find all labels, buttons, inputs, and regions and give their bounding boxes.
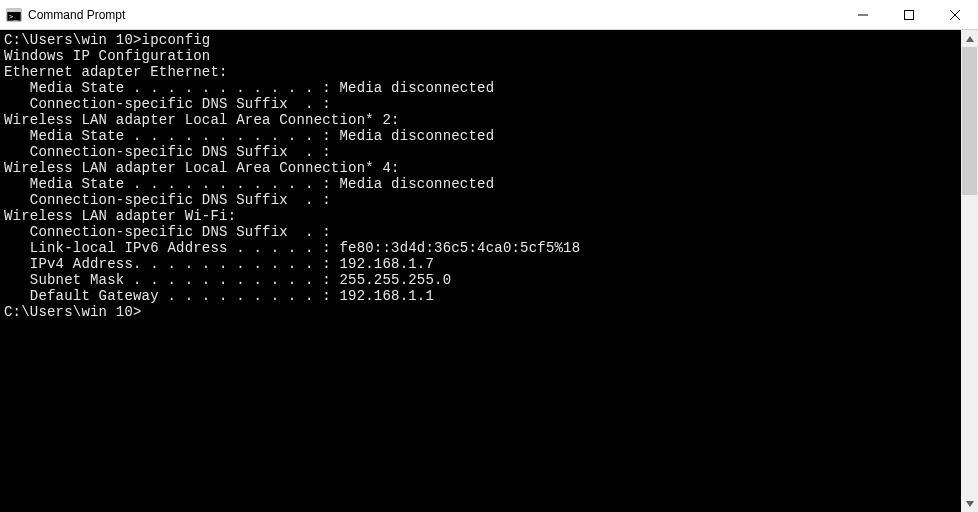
scroll-down-button[interactable] <box>961 495 978 512</box>
output-line: Default Gateway . . . . . . . . . : 192.… <box>4 288 957 304</box>
minimize-button[interactable] <box>840 0 886 29</box>
output-line: Media State . . . . . . . . . . . : Medi… <box>4 176 957 192</box>
output-line: Connection-specific DNS Suffix . : <box>4 96 957 112</box>
output-heading: Windows IP Configuration <box>4 48 957 64</box>
scrollbar-track[interactable] <box>961 47 978 495</box>
output-line: Subnet Mask . . . . . . . . . . . : 255.… <box>4 272 957 288</box>
output-line: Connection-specific DNS Suffix . : <box>4 144 957 160</box>
output-line: Connection-specific DNS Suffix . : <box>4 224 957 240</box>
output-line: Media State . . . . . . . . . . . : Medi… <box>4 128 957 144</box>
window-title: Command Prompt <box>28 8 840 22</box>
svg-rect-1 <box>7 9 21 12</box>
adapter-header: Wireless LAN adapter Local Area Connecti… <box>4 112 957 128</box>
scrollbar-thumb[interactable] <box>962 47 977 195</box>
adapter-header: Wireless LAN adapter Wi-Fi: <box>4 208 957 224</box>
window-titlebar: >_ Command Prompt <box>0 0 978 30</box>
output-line: Connection-specific DNS Suffix . : <box>4 192 957 208</box>
scroll-up-button[interactable] <box>961 30 978 47</box>
svg-text:>_: >_ <box>9 13 18 21</box>
close-button[interactable] <box>932 0 978 29</box>
maximize-button[interactable] <box>886 0 932 29</box>
output-line: Media State . . . . . . . . . . . : Medi… <box>4 80 957 96</box>
svg-rect-4 <box>905 10 914 19</box>
adapter-header: Wireless LAN adapter Local Area Connecti… <box>4 160 957 176</box>
prompt-line: C:\Users\win 10>ipconfig <box>4 32 957 48</box>
prompt-line: C:\Users\win 10> <box>4 304 957 320</box>
terminal-output[interactable]: C:\Users\win 10>ipconfigWindows IP Confi… <box>0 30 961 512</box>
output-line: Link-local IPv6 Address . . . . . : fe80… <box>4 240 957 256</box>
content-area: C:\Users\win 10>ipconfigWindows IP Confi… <box>0 30 978 512</box>
app-icon: >_ <box>6 7 22 23</box>
vertical-scrollbar[interactable] <box>961 30 978 512</box>
output-line: IPv4 Address. . . . . . . . . . . : 192.… <box>4 256 957 272</box>
adapter-header: Ethernet adapter Ethernet: <box>4 64 957 80</box>
window-controls <box>840 0 978 29</box>
